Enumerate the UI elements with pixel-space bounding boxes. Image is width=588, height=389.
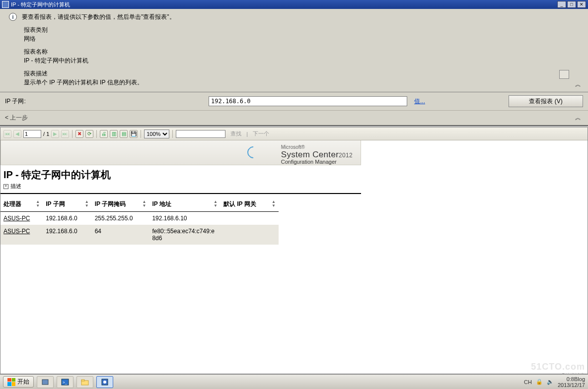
host-link[interactable]: ASUS-PC	[3, 228, 30, 235]
system-tray: CH 🔒 🔈 0:8Blog 2013/12/17	[524, 376, 585, 388]
minimize-button[interactable]: _	[557, 1, 566, 8]
taskbar-app-powershell-icon[interactable]: >_	[57, 376, 74, 388]
param-label: IP 子网:	[5, 97, 209, 106]
page-of-label: / 1	[43, 131, 49, 137]
maximize-button[interactable]: □	[567, 1, 576, 8]
taskbar-app-server-icon[interactable]	[37, 376, 54, 388]
category-label: 报表类别	[24, 25, 579, 34]
svg-rect-4	[81, 380, 84, 381]
tray-date: 2013/12/17	[558, 382, 585, 388]
titlebar: IP - 特定子网中的计算机 _ □ ✕	[0, 0, 588, 9]
window-title: IP - 特定子网中的计算机	[11, 1, 70, 8]
column-header[interactable]: IP 地址▲▼	[149, 197, 220, 212]
parameter-row: IP 子网: 值... 查看报表 (V)	[0, 92, 588, 110]
view-report-button[interactable]: 查看报表 (V)	[509, 95, 583, 107]
report-title-block: IP - 特定子网中的计算机 + 描述	[0, 165, 361, 194]
ip-subnet-input[interactable]	[209, 96, 407, 106]
layout-icon[interactable]: ▥	[110, 130, 118, 138]
plus-icon: +	[3, 184, 8, 189]
report-toolbar: ⏮ ◀ / 1 ▶ ⏭ ✖ ⟳ 🖨 ▥ ▤ 💾 100% 查找 | 下一个	[0, 128, 588, 140]
ime-indicator[interactable]: CH	[524, 379, 532, 385]
svg-point-6	[103, 381, 106, 384]
category-value: 网络	[24, 34, 579, 43]
find-input[interactable]	[176, 130, 225, 138]
report-name-value: IP - 特定子网中的计算机	[24, 56, 579, 65]
close-button[interactable]: ✕	[577, 1, 586, 8]
branding-text: Microsoft® System Center2012 Configurati…	[281, 144, 353, 165]
prev-page-icon[interactable]: ◀	[13, 130, 21, 138]
print-icon[interactable]: 🖨	[100, 130, 108, 138]
svg-rect-0	[42, 380, 48, 385]
instruction-text: 要查看报表，请提供以下参数的值，然后单击"查看报表"。	[22, 13, 175, 21]
svg-text:>_: >_	[63, 380, 68, 385]
zoom-select[interactable]: 100%	[144, 130, 169, 138]
host-link[interactable]: ASUS-PC	[3, 215, 30, 222]
start-button[interactable]: 开始	[3, 376, 34, 388]
tray-icon[interactable]: 🔒	[536, 379, 543, 385]
column-header[interactable]: IP 子网掩码▲▼	[92, 197, 149, 212]
export-icon[interactable]: 💾	[130, 130, 138, 138]
report-desc-label: 报表描述	[24, 69, 579, 78]
next-page-icon[interactable]: ▶	[51, 130, 59, 138]
collapse-toggle[interactable]	[559, 70, 569, 79]
refresh-icon[interactable]: ⟳	[85, 130, 93, 138]
taskbar-app-explorer-icon[interactable]	[76, 376, 93, 388]
find-next-label[interactable]: 下一个	[253, 130, 269, 137]
column-header[interactable]: IP 子网▲▼	[43, 197, 91, 212]
windows-logo-icon	[7, 378, 15, 386]
tray-icon2[interactable]: 🔈	[547, 379, 554, 385]
report-desc-value: 显示单个 IP 子网的计算机和 IP 信息的列表。	[24, 78, 579, 87]
table-row: ASUS-PC192.168.6.0255.255.255.0192.168.6…	[0, 212, 279, 225]
tray-time: 0:8Blog	[558, 376, 585, 382]
table-row: ASUS-PC192.168.6.064fe80::55ea:ec74:c749…	[0, 225, 279, 245]
info-icon: i	[9, 13, 17, 21]
first-page-icon[interactable]: ⏮	[3, 130, 11, 138]
page-input[interactable]	[23, 130, 41, 138]
last-page-icon[interactable]: ⏭	[61, 130, 69, 138]
collapse-chevron-icon[interactable]: ︽	[575, 80, 581, 89]
back-link[interactable]: < 上一步	[5, 114, 28, 121]
page-setup-icon[interactable]: ▤	[120, 130, 128, 138]
systemcenter-logo-icon	[245, 144, 261, 160]
column-header[interactable]: 默认 IP 网关▲▼	[220, 197, 279, 212]
report-title: IP - 特定子网中的计算机	[3, 168, 358, 182]
report-viewer: ⏮ ◀ / 1 ▶ ⏭ ✖ ⟳ 🖨 ▥ ▤ 💾 100% 查找 | 下一个 M	[0, 127, 588, 374]
app-icon	[2, 1, 9, 8]
column-header[interactable]: 处理器▲▼	[0, 197, 43, 212]
report-name-label: 报表名称	[24, 47, 579, 56]
expand-description[interactable]: + 描述	[3, 183, 358, 190]
taskbar: 开始 >_ CH 🔒 🔈 0:8Blog 2013/12/17	[0, 374, 588, 389]
value-picker-link[interactable]: 值...	[414, 97, 425, 106]
taskbar-app-sccm-icon[interactable]	[96, 376, 113, 388]
results-table: 处理器▲▼IP 子网▲▼IP 子网掩码▲▼IP 地址▲▼默认 IP 网关▲▼ A…	[0, 197, 279, 245]
stop-icon[interactable]: ✖	[75, 130, 83, 138]
branding-banner: Microsoft® System Center2012 Configurati…	[0, 140, 361, 165]
collapse-chevron2-icon[interactable]: ︽	[575, 114, 581, 122]
back-nav-row: < 上一步 ︽	[0, 110, 588, 125]
instruction-panel: i 要查看报表，请提供以下参数的值，然后单击"查看报表"。 报表类别 网络 报表…	[0, 9, 588, 92]
find-label[interactable]: 查找	[230, 130, 241, 137]
